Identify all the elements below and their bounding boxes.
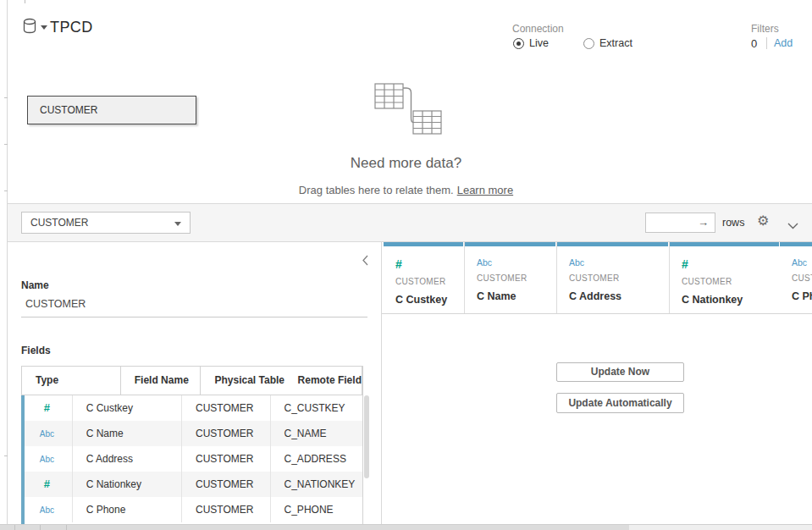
horizontal-scrollbar-track[interactable] — [0, 524, 812, 530]
field-row[interactable]: # C Nationkey CUSTOMER C_NATIONKEY — [22, 472, 362, 497]
field-row[interactable]: Abc C Name CUSTOMER C_NAME — [22, 421, 362, 446]
fields-table-header: Type Field Name Physical Table Remote Fi… — [22, 366, 362, 395]
column-table-label: CUSTOMER — [395, 277, 464, 286]
logical-table-node[interactable]: CUSTOMER — [27, 96, 196, 124]
horizontal-scrollbar-thumb[interactable] — [0, 525, 629, 530]
fields-selection-accent-bar — [21, 395, 25, 524]
table-select-dropdown[interactable]: CUSTOMER — [21, 212, 191, 234]
fields-table-body: # C Custkey CUSTOMER C_CUSTKEY Abc C Nam… — [22, 395, 362, 522]
name-field-underline — [21, 317, 367, 317]
fields-label: Fields — [21, 345, 51, 356]
radio-extract-label: Extract — [599, 37, 632, 49]
connection-label: Connection — [512, 23, 564, 35]
collapse-panel-chevron-icon[interactable] — [362, 254, 369, 269]
field-type-cell: Abc — [22, 446, 73, 472]
column-table-label: CUSTOMER — [477, 273, 556, 283]
collapse-grid-chevron-icon[interactable] — [787, 218, 798, 233]
grid-column-header[interactable]: # CUSTOMER C Nationkey — [670, 242, 780, 313]
grid-column-header[interactable]: Abc CUSTOMER C Phone — [780, 242, 812, 313]
column-type-icon[interactable]: # — [395, 257, 464, 271]
update-automatically-button[interactable]: Update Automatically — [556, 393, 684, 413]
fields-column-header[interactable]: Physical Table — [201, 367, 284, 395]
grid-header-border — [382, 313, 812, 314]
name-label: Name — [21, 279, 49, 291]
field-name-cell: C Address — [73, 446, 182, 472]
radio-extract-icon[interactable] — [583, 38, 594, 49]
filters-label: Filters — [751, 23, 779, 35]
remote-field-cell: C_NATIONKEY — [271, 472, 362, 497]
filters-count: 0 — [751, 37, 757, 50]
field-row[interactable]: Abc C Phone CUSTOMER C_PHONE — [22, 497, 362, 522]
radio-live[interactable]: Live — [513, 37, 549, 49]
table-select-value: CUSTOMER — [30, 217, 88, 229]
fields-column-header[interactable]: Remote Field... — [284, 367, 362, 395]
go-arrow-icon[interactable]: → — [698, 216, 709, 229]
panel-divider[interactable] — [381, 242, 382, 530]
empty-state-title: Need more data? — [0, 155, 812, 172]
column-field-name: C Phone — [792, 290, 812, 302]
left-pane-edge[interactable] — [7, 0, 8, 530]
empty-state-hint: Drag tables here to relate them.Learn mo… — [0, 184, 812, 196]
field-type-cell: # — [22, 472, 73, 497]
field-row[interactable]: # C Custkey CUSTOMER C_CUSTKEY — [22, 395, 362, 421]
remote-field-cell: C_ADDRESS — [271, 446, 362, 472]
physical-table-cell: CUSTOMER — [182, 446, 271, 472]
field-name-cell: C Name — [73, 421, 182, 446]
rows-input[interactable] — [648, 214, 699, 231]
physical-table-cell: CUSTOMER — [182, 497, 271, 522]
relate-tables-illustration-icon — [371, 81, 449, 141]
column-table-label: CUSTOMER — [569, 273, 669, 283]
remote-field-cell: C_NAME — [271, 421, 362, 446]
fields-scrollbar[interactable] — [364, 395, 369, 478]
update-now-button[interactable]: Update Now — [556, 362, 684, 382]
radio-extract[interactable]: Extract — [583, 37, 632, 49]
column-type-icon[interactable]: # — [682, 257, 780, 271]
field-type-cell: Abc — [22, 421, 73, 446]
database-menu-caret-icon[interactable] — [41, 25, 47, 30]
database-icon[interactable] — [22, 18, 37, 38]
data-grid-header: # CUSTOMER C Custkey Abc CUSTOMER C Name… — [384, 242, 812, 313]
column-field-name: C Custkey — [395, 294, 464, 306]
physical-table-cell: CUSTOMER — [182, 472, 271, 497]
radio-live-label: Live — [529, 37, 549, 49]
field-row[interactable]: Abc C Address CUSTOMER C_ADDRESS — [22, 446, 362, 472]
scrollbar-segment-divider — [40, 525, 41, 530]
remote-field-cell: C_CUSTKEY — [271, 395, 362, 421]
field-type-icon[interactable]: Abc — [40, 429, 54, 439]
column-table-label: CUSTOMER — [682, 277, 780, 286]
chevron-down-icon — [174, 222, 181, 226]
name-value-field[interactable]: CUSTOMER — [25, 298, 86, 310]
grid-column-header[interactable]: Abc CUSTOMER C Name — [465, 242, 557, 313]
column-type-icon[interactable]: Abc — [569, 257, 669, 268]
filters-separator — [766, 37, 767, 49]
scrollbar-segment-divider — [66, 525, 67, 530]
grid-column-header[interactable]: Abc CUSTOMER C Address — [557, 242, 670, 313]
learn-more-link[interactable]: Learn more — [457, 184, 513, 196]
gear-icon[interactable]: ⚙ — [757, 213, 769, 229]
physical-table-cell: CUSTOMER — [182, 421, 271, 446]
physical-table-cell: CUSTOMER — [182, 395, 271, 421]
top-edge-stub — [25, 0, 25, 3]
field-type-icon[interactable]: # — [44, 401, 50, 414]
rows-label: rows — [722, 217, 744, 229]
field-type-icon[interactable]: # — [44, 478, 50, 490]
fields-metadata-table: Type Field Name Physical Table Remote Fi… — [21, 366, 363, 524]
column-type-icon[interactable]: Abc — [792, 257, 812, 268]
fields-column-header[interactable]: Field Name — [121, 367, 202, 395]
rail-tick — [4, 97, 8, 98]
column-table-label: CUSTOMER — [792, 273, 812, 283]
field-name-cell: C Custkey — [73, 395, 182, 421]
datasource-title: TPCD — [50, 19, 93, 36]
field-type-icon[interactable]: Abc — [40, 505, 54, 515]
column-field-name: C Address — [569, 290, 669, 302]
filters-add-link[interactable]: Add — [774, 37, 793, 49]
radio-live-icon[interactable] — [513, 38, 524, 49]
fields-column-header[interactable]: Type — [22, 367, 121, 395]
grid-column-header[interactable]: # CUSTOMER C Custkey — [384, 242, 465, 313]
field-type-icon[interactable]: Abc — [40, 455, 54, 464]
column-field-name: C Nationkey — [682, 294, 780, 306]
field-name-cell: C Nationkey — [73, 472, 182, 497]
column-type-icon[interactable]: Abc — [477, 257, 556, 268]
rail-tick — [4, 455, 8, 456]
empty-state-hint-text: Drag tables here to relate them. — [299, 184, 454, 196]
